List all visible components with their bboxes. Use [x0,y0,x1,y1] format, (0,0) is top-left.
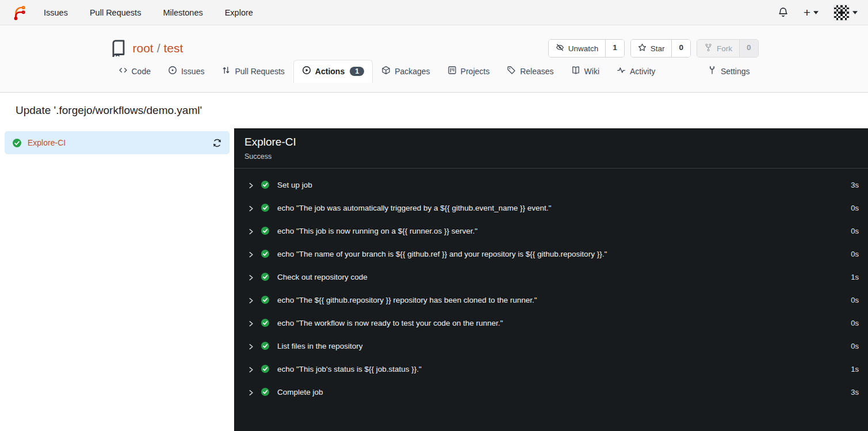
watch-button-group: Unwatch 1 [548,39,625,58]
success-check-icon [261,249,270,258]
chevron-right-icon[interactable] [247,204,255,212]
rerun-refresh-icon[interactable] [212,138,222,148]
step-row[interactable]: echo "The job was automatically triggere… [234,196,868,219]
user-menu[interactable] [833,5,858,21]
repo-title-row: root / test Unwatch 1 Star 0 [110,25,759,59]
nav-item-milestones[interactable]: Milestones [163,8,202,17]
success-check-icon [261,341,270,350]
chevron-right-icon[interactable] [247,296,255,304]
pulse-icon [617,66,626,77]
repo-name-link[interactable]: test [164,41,183,55]
nav-item-pull-requests[interactable]: Pull Requests [90,8,141,17]
success-check-icon [261,295,270,304]
step-row[interactable]: echo "The name of your branch is ${{ git… [234,242,868,265]
tab-projects[interactable]: Projects [439,60,499,83]
step-duration: 0s [851,204,859,212]
job-status-text: Success [244,152,858,161]
top-navbar: Issues Pull Requests Milestones Explore … [0,0,868,25]
tab-wiki[interactable]: Wiki [563,60,608,83]
log-header: Explore-CI Success [234,128,868,169]
chevron-down-icon [852,11,858,14]
step-row[interactable]: echo "The ${{ github.repository }} repos… [234,288,868,311]
tab-packages[interactable]: Packages [373,60,438,83]
navbar-links: Issues Pull Requests Milestones Explore [44,8,253,17]
jobs-sidebar: Explore-CI [0,128,234,431]
step-duration: 0s [851,342,859,350]
tab-settings[interactable]: Settings [699,60,759,83]
avatar [833,5,850,21]
project-board-icon [448,66,457,77]
pull-request-icon [221,66,231,77]
unwatch-button[interactable]: Unwatch [549,40,606,57]
success-check-icon [261,272,270,281]
chevron-right-icon[interactable] [247,388,255,396]
chevron-right-icon[interactable] [247,319,255,327]
chevron-right-icon[interactable] [247,181,255,189]
plus-icon: + [804,6,810,18]
chevron-down-icon [813,11,819,14]
chevron-right-icon[interactable] [247,227,255,235]
tab-pull-requests[interactable]: Pull Requests [213,60,293,83]
chevron-right-icon[interactable] [247,342,255,350]
nav-item-explore[interactable]: Explore [225,8,253,17]
log-job-title: Explore-CI [244,136,858,148]
nav-item-issues[interactable]: Issues [44,8,68,17]
tab-code[interactable]: Code [110,60,159,83]
step-row[interactable]: Complete job 3s [234,380,868,403]
breadcrumb-separator: / [157,41,160,55]
actions-count-badge: 1 [350,67,364,76]
step-row[interactable]: echo "This job's status is ${{ job.statu… [234,357,868,380]
step-row[interactable]: Check out repository code 1s [234,265,868,288]
repo-book-icon [110,40,127,57]
repo-owner-link[interactable]: root [133,41,154,55]
tab-activity[interactable]: Activity [608,60,664,83]
job-log-panel: Explore-CI Success Set up job 3s echo "T… [234,128,868,431]
star-button-group: Star 0 [630,39,691,58]
repo-action-buttons: Unwatch 1 Star 0 Fork 0 [548,39,759,58]
issue-circle-icon [168,66,177,77]
success-check-icon [261,364,270,373]
success-check-icon [261,226,270,235]
navbar-right: + [778,5,858,21]
step-duration: 3s [851,181,859,189]
play-circle-icon [302,66,311,77]
watchers-count[interactable]: 1 [605,40,624,57]
step-duration: 0s [851,227,859,235]
step-duration: 0s [851,296,859,304]
step-row[interactable]: echo "The workflow is now ready to test … [234,311,868,334]
fork-icon [704,43,713,54]
stars-count[interactable]: 0 [671,40,690,57]
success-check-icon [261,180,270,189]
repo-tabs: Code Issues Pull Requests Actions 1 Pack… [110,59,759,82]
forgejo-logo[interactable] [10,4,28,21]
star-button[interactable]: Star [631,40,672,57]
success-check-icon [261,387,270,396]
chevron-right-icon[interactable] [247,273,255,281]
run-view: Explore-CI Explore-CI Success Set up job… [0,128,868,431]
step-row[interactable]: Set up job 3s [234,173,868,196]
step-row[interactable]: List files in the repository 0s [234,334,868,357]
tab-issues[interactable]: Issues [159,60,213,83]
wiki-book-icon [571,66,580,77]
star-icon [638,43,647,54]
tab-releases[interactable]: Releases [498,60,562,83]
tag-icon [507,66,516,77]
job-name: Explore-CI [28,138,66,147]
step-row[interactable]: echo "This job is now running on a ${{ r… [234,219,868,242]
success-check-icon [12,138,22,148]
eye-slash-icon [556,43,564,54]
fork-button-group: Fork 0 [697,39,759,58]
forks-count: 0 [739,40,758,57]
success-check-icon [261,318,270,327]
repo-breadcrumb: root / test [133,41,183,55]
chevron-right-icon[interactable] [247,250,255,258]
step-duration: 0s [851,250,859,258]
step-list: Set up job 3s echo "The job was automati… [234,169,868,403]
notifications-bell-icon[interactable] [778,7,789,18]
chevron-right-icon[interactable] [247,365,255,373]
settings-icon [708,66,717,77]
repo-header: root / test Unwatch 1 Star 0 [0,25,868,93]
job-list-item[interactable]: Explore-CI [5,131,230,154]
tab-actions[interactable]: Actions 1 [293,60,373,83]
create-new-menu[interactable]: + [804,6,819,18]
